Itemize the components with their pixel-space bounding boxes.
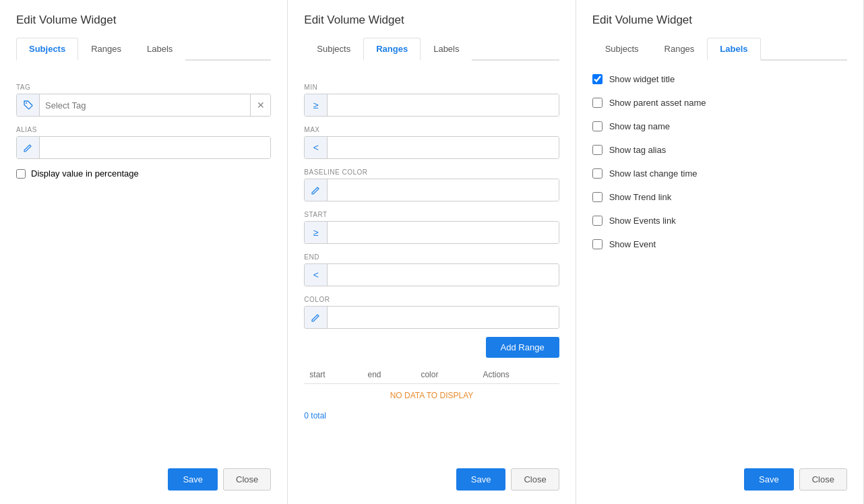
panel-subjects: Edit Volume Widget Subjects Ranges Label…: [0, 0, 288, 504]
tabs-panel1: Subjects Ranges Labels: [16, 38, 271, 61]
panel-ranges: Edit Volume Widget Subjects Ranges Label…: [288, 0, 576, 504]
check-show-last-change-time: Show last change time: [592, 168, 847, 179]
start-label: START: [304, 211, 559, 218]
max-input[interactable]: [328, 137, 558, 158]
end-symbol: <: [305, 264, 328, 286]
checkboxes-container: Show widget title Show parent asset name…: [592, 74, 847, 263]
add-range-button[interactable]: Add Range: [486, 337, 559, 358]
panel3-footer: Save Close: [592, 455, 847, 491]
total-label: 0 total: [304, 411, 559, 420]
check-show-parent-asset-name: Show parent asset name: [592, 98, 847, 108]
panel2-title: Edit Volume Widget: [304, 13, 559, 27]
min-label: MIN: [304, 84, 559, 91]
check-show-tag-name: Show tag name: [592, 121, 847, 131]
check-show-tag-alias: Show tag alias: [592, 145, 847, 155]
color-input[interactable]: [328, 307, 558, 328]
tab-subjects-2[interactable]: Subjects: [304, 38, 363, 61]
alias-icon: [17, 137, 40, 158]
min-input-row: ≥: [304, 94, 559, 117]
add-range-row: Add Range: [304, 337, 559, 358]
tab-ranges-1[interactable]: Ranges: [78, 38, 134, 61]
panel1-footer: Save Close: [16, 455, 271, 491]
check-show-widget-title: Show widget title: [592, 74, 847, 84]
min-symbol: ≥: [305, 94, 328, 116]
end-input[interactable]: [328, 264, 558, 286]
label-show-widget-title: Show widget title: [609, 74, 675, 84]
label-show-tag-alias: Show tag alias: [609, 145, 667, 155]
start-input-row: ≥: [304, 221, 559, 244]
check-show-event: Show Event: [592, 239, 847, 249]
max-input-row: <: [304, 136, 559, 159]
panel3-title: Edit Volume Widget: [592, 13, 847, 27]
tab-ranges-2[interactable]: Ranges: [363, 38, 421, 61]
baseline-color-label: BASELINE COLOR: [304, 168, 559, 176]
tabs-panel3: Subjects Ranges Labels: [592, 38, 847, 61]
panel2-footer: Save Close: [304, 455, 559, 491]
baseline-color-input[interactable]: [328, 179, 558, 201]
close-button-1[interactable]: Close: [223, 468, 271, 491]
checkbox-show-widget-title[interactable]: [592, 74, 603, 84]
col-actions: Actions: [477, 366, 559, 384]
tab-labels-3[interactable]: Labels: [707, 38, 760, 61]
color-label: COLOR: [304, 296, 559, 303]
label-show-last-change-time: Show last change time: [609, 168, 698, 179]
max-label: MAX: [304, 126, 559, 133]
col-end: end: [362, 366, 415, 384]
table-row-empty: NO DATA TO DISPLAY: [304, 384, 559, 408]
baseline-color-icon: [305, 179, 328, 201]
check-show-trend-link: Show Trend link: [592, 192, 847, 202]
tab-labels-2[interactable]: Labels: [421, 38, 472, 61]
alias-label: ALIAS: [16, 126, 271, 133]
start-input[interactable]: [328, 222, 558, 243]
label-show-trend-link: Show Trend link: [609, 192, 672, 202]
baseline-color-row: [304, 179, 559, 201]
checkbox-show-trend-link[interactable]: [592, 192, 603, 202]
save-button-2[interactable]: Save: [456, 468, 506, 491]
check-show-events-link: Show Events link: [592, 216, 847, 226]
col-color: color: [415, 366, 477, 384]
panel-labels: Edit Volume Widget Subjects Ranges Label…: [576, 0, 864, 504]
save-button-3[interactable]: Save: [744, 468, 794, 491]
save-button-1[interactable]: Save: [168, 468, 218, 491]
min-input[interactable]: [328, 94, 558, 116]
panel1-title: Edit Volume Widget: [16, 13, 271, 27]
tab-labels-1[interactable]: Labels: [134, 38, 185, 61]
close-button-2[interactable]: Close: [511, 468, 559, 491]
display-percentage-checkbox[interactable]: [16, 169, 26, 179]
color-icon: [305, 307, 328, 328]
tab-subjects-1[interactable]: Subjects: [16, 38, 78, 61]
col-start: start: [304, 366, 362, 384]
checkbox-show-tag-alias[interactable]: [592, 145, 603, 155]
tag-input-row: ✕: [16, 94, 271, 117]
checkbox-show-parent-asset-name[interactable]: [592, 98, 603, 108]
end-label: END: [304, 253, 559, 261]
svg-point-0: [26, 102, 27, 104]
label-show-parent-asset-name: Show parent asset name: [609, 98, 706, 108]
start-symbol: ≥: [305, 222, 328, 243]
alias-input-row: [16, 136, 271, 159]
range-table: start end color Actions NO DATA TO DISPL…: [304, 366, 559, 407]
checkbox-show-last-change-time[interactable]: [592, 168, 603, 179]
tag-clear-button[interactable]: ✕: [250, 94, 270, 116]
tag-label: TAG: [16, 84, 271, 91]
checkbox-show-event[interactable]: [592, 239, 603, 249]
max-symbol: <: [305, 137, 328, 158]
label-show-event: Show Event: [609, 239, 656, 249]
no-data-text: NO DATA TO DISPLAY: [304, 384, 559, 408]
label-show-tag-name: Show tag name: [609, 121, 670, 131]
display-percentage-label: Display value in percentage: [31, 168, 139, 179]
tag-icon: [17, 94, 40, 116]
tag-input[interactable]: [40, 94, 250, 116]
display-percentage-row: Display value in percentage: [16, 168, 271, 179]
tab-ranges-3[interactable]: Ranges: [652, 38, 708, 61]
close-button-3[interactable]: Close: [799, 468, 847, 491]
checkbox-show-events-link[interactable]: [592, 216, 603, 226]
alias-input[interactable]: [40, 137, 270, 158]
checkbox-show-tag-name[interactable]: [592, 121, 603, 131]
tabs-panel2: Subjects Ranges Labels: [304, 38, 559, 61]
label-show-events-link: Show Events link: [609, 216, 676, 226]
tab-subjects-3[interactable]: Subjects: [592, 38, 652, 61]
end-input-row: <: [304, 263, 559, 286]
color-input-row: [304, 306, 559, 329]
